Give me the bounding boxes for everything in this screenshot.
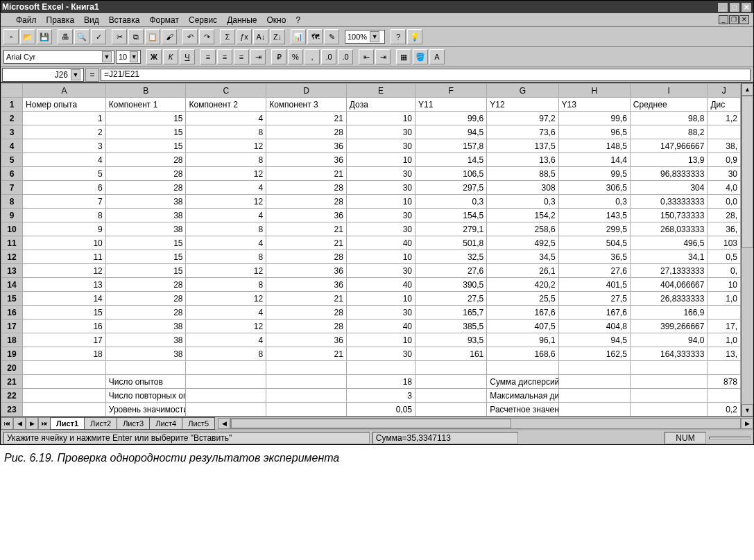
spellcheck-icon[interactable]: ✓ xyxy=(91,29,106,44)
cell[interactable]: 137,5 xyxy=(487,139,558,153)
cell[interactable]: Y13 xyxy=(558,98,630,112)
row-header[interactable]: 7 xyxy=(1,181,23,195)
cell[interactable]: 504,5 xyxy=(558,236,630,250)
cell[interactable]: 166,9 xyxy=(630,306,708,320)
cell[interactable]: 15 xyxy=(105,139,186,153)
cell[interactable]: 26,8333333 xyxy=(630,292,708,306)
cell[interactable]: 18 xyxy=(346,375,415,389)
inc-indent-icon[interactable]: ⇥ xyxy=(375,49,391,64)
cell[interactable]: 30 xyxy=(708,167,741,181)
row-header[interactable]: 18 xyxy=(1,333,23,347)
cell[interactable]: 407,5 xyxy=(487,320,558,333)
sort-desc-icon[interactable]: Z↓ xyxy=(270,29,285,44)
tab-next-icon[interactable]: ▶ xyxy=(26,417,38,430)
cell[interactable]: 30 xyxy=(346,306,415,320)
scroll-right-icon[interactable]: ▶ xyxy=(741,418,753,429)
cell[interactable]: 8 xyxy=(186,278,266,292)
sheet-tab[interactable]: Лист2 xyxy=(84,417,117,430)
cell[interactable]: 13, xyxy=(708,347,741,361)
cell[interactable]: 10 xyxy=(708,278,741,292)
row-header[interactable]: 12 xyxy=(1,250,23,264)
col-header[interactable]: A xyxy=(22,84,105,98)
cell[interactable] xyxy=(708,125,741,139)
function-button[interactable]: = xyxy=(85,68,99,82)
cell[interactable]: 4 xyxy=(186,112,266,125)
cell[interactable]: 40 xyxy=(346,236,415,250)
col-header[interactable]: H xyxy=(558,84,630,98)
cell[interactable]: 36 xyxy=(266,209,347,222)
cell[interactable]: 94,0 xyxy=(630,333,708,347)
merge-center-icon[interactable]: ⇥ xyxy=(250,49,266,64)
cell[interactable]: 4 xyxy=(186,333,266,347)
cell[interactable] xyxy=(266,403,347,417)
save-icon[interactable]: 💾 xyxy=(37,29,52,44)
cell[interactable]: 94,5 xyxy=(415,125,487,139)
cell[interactable]: 1,0 xyxy=(708,333,741,347)
cell[interactable]: 404,066667 xyxy=(630,278,708,292)
cell[interactable] xyxy=(266,361,347,375)
bold-icon[interactable]: Ж xyxy=(146,49,162,64)
cell[interactable] xyxy=(22,403,105,417)
cell[interactable] xyxy=(415,389,487,403)
row-header[interactable]: 22 xyxy=(1,389,23,403)
cell[interactable]: 399,266667 xyxy=(630,320,708,333)
cell[interactable]: 12 xyxy=(22,264,105,278)
cell[interactable]: 10 xyxy=(346,292,415,306)
vscroll-track[interactable] xyxy=(742,96,753,404)
menu-format[interactable]: Формат xyxy=(149,15,179,25)
cell[interactable]: 21 xyxy=(266,222,347,236)
cell[interactable]: 27,6 xyxy=(558,264,630,278)
cell[interactable]: 420,2 xyxy=(487,278,558,292)
cell[interactable]: 38 xyxy=(105,347,186,361)
sort-asc-icon[interactable]: A↓ xyxy=(253,29,268,44)
menu-view[interactable]: Вид xyxy=(84,15,99,25)
cell[interactable]: 13,6 xyxy=(487,153,558,167)
cell[interactable]: 28 xyxy=(266,195,347,209)
cell[interactable]: 28 xyxy=(266,250,347,264)
select-all-corner[interactable] xyxy=(1,84,23,98)
cell[interactable]: 167,6 xyxy=(487,306,558,320)
cell[interactable] xyxy=(22,375,105,389)
autosum-icon[interactable]: Σ xyxy=(220,29,235,44)
cell[interactable]: 28 xyxy=(105,306,186,320)
col-header[interactable]: G xyxy=(487,84,558,98)
cell[interactable]: 150,733333 xyxy=(630,209,708,222)
cell[interactable]: 27,1333333 xyxy=(630,264,708,278)
row-header[interactable]: 5 xyxy=(1,153,23,167)
cell[interactable]: 308 xyxy=(487,181,558,195)
cell[interactable]: 30 xyxy=(346,167,415,181)
cell[interactable]: 8 xyxy=(186,347,266,361)
cell[interactable]: 8 xyxy=(22,209,105,222)
horizontal-scrollbar[interactable]: ◀ ▶ xyxy=(218,418,753,429)
menu-tools[interactable]: Сервис xyxy=(189,15,217,25)
cell[interactable]: Сумма дисперсий xyxy=(487,375,558,389)
cell[interactable]: 167,6 xyxy=(558,306,630,320)
align-left-icon[interactable]: ≡ xyxy=(200,49,216,64)
cell[interactable]: 4 xyxy=(186,209,266,222)
cell[interactable]: 32,5 xyxy=(415,250,487,264)
cell[interactable]: 88,5 xyxy=(487,167,558,181)
cell[interactable] xyxy=(708,389,741,403)
zoom-combo[interactable]: 100% ▼ xyxy=(345,30,385,44)
tip-icon[interactable]: 💡 xyxy=(407,29,422,44)
cell[interactable]: 16 xyxy=(22,320,105,333)
cell[interactable]: 30 xyxy=(346,264,415,278)
cell[interactable]: 154,5 xyxy=(415,209,487,222)
row-header[interactable]: 16 xyxy=(1,306,23,320)
cell[interactable]: 143,5 xyxy=(558,209,630,222)
cell[interactable]: 258,6 xyxy=(487,222,558,236)
col-header[interactable]: F xyxy=(415,84,487,98)
cell[interactable] xyxy=(105,361,186,375)
cell[interactable] xyxy=(415,403,487,417)
row-header[interactable]: 15 xyxy=(1,292,23,306)
cell[interactable]: 99,5 xyxy=(558,167,630,181)
cell[interactable]: 30 xyxy=(346,209,415,222)
cell[interactable]: 148,5 xyxy=(558,139,630,153)
cell[interactable]: 299,5 xyxy=(558,222,630,236)
cell[interactable]: 15 xyxy=(105,236,186,250)
cell[interactable]: 147,966667 xyxy=(630,139,708,153)
sheet-tab[interactable]: Лист4 xyxy=(149,417,182,430)
cell[interactable]: 4,0 xyxy=(708,181,741,195)
cell[interactable]: 14,4 xyxy=(558,153,630,167)
cell[interactable]: 38 xyxy=(105,333,186,347)
